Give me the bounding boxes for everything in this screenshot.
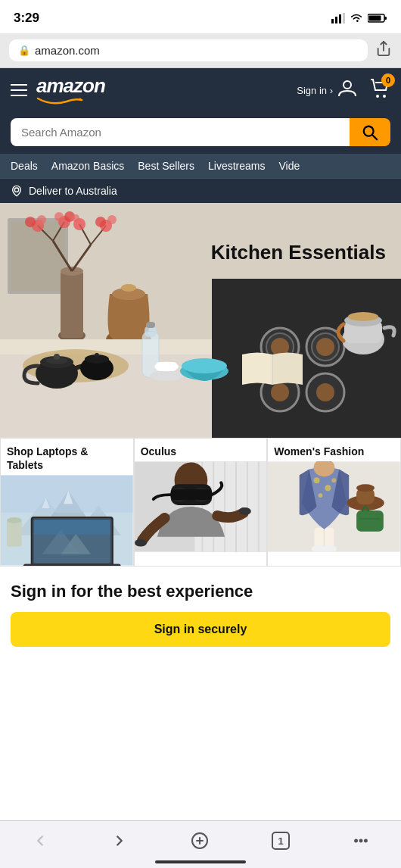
- logo-text: amazon: [36, 76, 105, 95]
- product-card-fashion[interactable]: Women's Fashion: [267, 438, 401, 567]
- svg-point-28: [37, 215, 46, 224]
- signin-section: Sign in for the best experience Sign in …: [0, 567, 401, 654]
- svg-point-35: [95, 217, 106, 227]
- svg-point-125: [360, 840, 362, 842]
- svg-point-56: [348, 312, 378, 321]
- search-bar: [0, 112, 401, 154]
- svg-rect-1: [335, 17, 337, 23]
- svg-rect-67: [146, 322, 155, 328]
- amazon-header: amazon Sign in › 0: [0, 68, 401, 112]
- product-image-oculus: [135, 461, 267, 552]
- svg-point-109: [319, 493, 323, 498]
- search-icon: [362, 124, 378, 141]
- svg-point-64: [95, 353, 99, 358]
- delivery-bar: Deliver to Australia: [0, 178, 401, 203]
- status-bar: 3:29: [0, 0, 401, 33]
- svg-point-10: [383, 95, 386, 98]
- svg-point-50: [316, 338, 334, 356]
- svg-rect-19: [61, 271, 83, 338]
- product-card-laptops[interactable]: Shop Laptops & Tablets: [0, 438, 134, 567]
- signin-button[interactable]: Sign in securely: [11, 612, 390, 647]
- svg-point-108: [325, 485, 331, 491]
- search-button[interactable]: [350, 118, 390, 146]
- svg-point-61: [54, 354, 60, 360]
- new-tab-button[interactable]: [179, 829, 221, 853]
- hero-title: Kitchen Essentials: [211, 241, 386, 264]
- svg-rect-3: [343, 13, 345, 23]
- hero-title-text: Kitchen Essentials: [211, 241, 386, 264]
- svg-point-9: [376, 95, 379, 98]
- svg-rect-65: [142, 332, 159, 377]
- back-button[interactable]: [20, 829, 61, 852]
- search-input[interactable]: [11, 118, 350, 146]
- cart-badge: 0: [381, 73, 395, 87]
- signal-icon: [331, 13, 345, 23]
- svg-point-104: [135, 539, 147, 547]
- tab-count: 1: [272, 832, 290, 850]
- svg-point-72: [182, 358, 227, 373]
- svg-point-37: [72, 214, 79, 222]
- svg-rect-89: [23, 564, 121, 566]
- svg-rect-80: [1, 476, 133, 514]
- product-card-oculus[interactable]: Oculus: [134, 438, 268, 567]
- product-label-oculus: Oculus: [135, 439, 267, 461]
- svg-point-124: [356, 840, 358, 842]
- product-grid: Shop Laptops & Tablets: [0, 438, 401, 567]
- svg-point-105: [239, 507, 251, 515]
- svg-rect-0: [331, 19, 334, 23]
- svg-rect-120: [359, 518, 381, 520]
- hamburger-menu[interactable]: [11, 84, 27, 96]
- svg-point-31: [54, 212, 64, 221]
- svg-point-40: [121, 284, 136, 292]
- svg-point-68: [150, 370, 183, 381]
- amazon-smile-icon: [36, 95, 83, 105]
- amazon-logo[interactable]: amazon: [36, 76, 105, 105]
- signin-title: Sign in for the best experience: [11, 582, 390, 601]
- forward-button[interactable]: [99, 829, 140, 852]
- svg-rect-5: [384, 17, 387, 20]
- product-image-laptops: [1, 475, 133, 566]
- svg-rect-42: [212, 279, 401, 438]
- status-time: 3:29: [14, 11, 39, 26]
- nav-amazon-basics[interactable]: Amazon Basics: [51, 160, 124, 172]
- svg-rect-6: [369, 16, 381, 21]
- svg-rect-88: [34, 520, 110, 535]
- svg-point-82: [7, 517, 22, 523]
- person-icon: [337, 78, 357, 102]
- nav-video[interactable]: Vide: [278, 160, 300, 172]
- hero-image: [0, 203, 401, 438]
- svg-point-51: [271, 383, 289, 401]
- lock-icon: 🔒: [18, 45, 30, 56]
- sign-in-label: Sign in ›: [297, 85, 333, 96]
- delivery-text: Deliver to Australia: [29, 185, 117, 197]
- product-label-laptops: Shop Laptops & Tablets: [1, 439, 133, 475]
- sign-in-button[interactable]: Sign in ›: [297, 78, 357, 102]
- nav-best-sellers[interactable]: Best Sellers: [138, 160, 194, 172]
- svg-point-110: [332, 478, 337, 482]
- browser-url-bar[interactable]: 🔒 amazon.com: [9, 39, 368, 61]
- svg-point-34: [107, 215, 117, 224]
- svg-rect-81: [7, 520, 22, 547]
- svg-point-107: [314, 477, 320, 483]
- svg-point-13: [14, 188, 18, 192]
- nav-bar: Deals Amazon Basics Best Sellers Livestr…: [0, 154, 401, 178]
- product-image-fashion: [268, 461, 400, 552]
- header-left: amazon: [11, 76, 105, 105]
- wifi-icon: [350, 13, 363, 23]
- home-indicator: [155, 860, 246, 863]
- tabs-button[interactable]: 1: [260, 829, 302, 853]
- hero-banner[interactable]: Kitchen Essentials: [0, 203, 401, 438]
- more-button[interactable]: [340, 829, 381, 852]
- nav-livestreams[interactable]: Livestreams: [208, 160, 265, 172]
- svg-rect-70: [156, 362, 177, 371]
- nav-deals[interactable]: Deals: [11, 160, 38, 172]
- svg-point-118: [356, 484, 375, 492]
- svg-rect-103: [170, 489, 212, 500]
- svg-point-126: [365, 840, 367, 842]
- cart-button[interactable]: 0: [369, 78, 390, 102]
- svg-rect-2: [339, 14, 341, 23]
- location-icon: [11, 185, 23, 197]
- status-icons: [331, 13, 387, 23]
- svg-line-12: [372, 135, 377, 139]
- share-button[interactable]: [375, 40, 392, 61]
